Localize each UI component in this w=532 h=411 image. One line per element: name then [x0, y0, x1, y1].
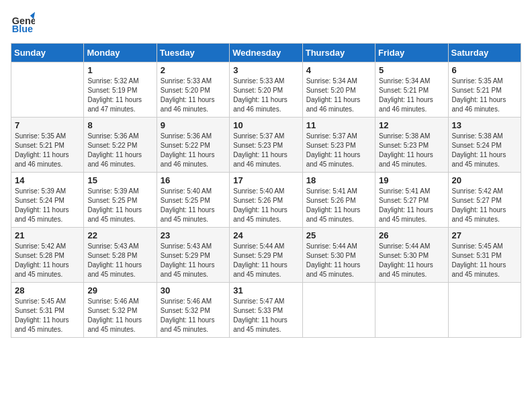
day-number: 9 — [161, 120, 226, 130]
day-number: 21 — [15, 230, 80, 240]
day-number: 19 — [379, 175, 444, 185]
day-info: Sunrise: 5:33 AM Sunset: 5:20 PM Dayligh… — [233, 77, 298, 114]
day-info: Sunrise: 5:45 AM Sunset: 5:31 PM Dayligh… — [452, 242, 517, 279]
day-info: Sunrise: 5:33 AM Sunset: 5:20 PM Dayligh… — [161, 77, 226, 114]
calendar-cell — [448, 283, 521, 338]
day-number: 30 — [161, 285, 226, 295]
day-info: Sunrise: 5:41 AM Sunset: 5:26 PM Dayligh… — [306, 187, 371, 224]
day-info: Sunrise: 5:35 AM Sunset: 5:21 PM Dayligh… — [15, 132, 80, 169]
calendar-cell: 27Sunrise: 5:45 AM Sunset: 5:31 PM Dayli… — [448, 228, 521, 283]
day-number: 3 — [233, 65, 298, 75]
calendar-cell: 29Sunrise: 5:46 AM Sunset: 5:32 PM Dayli… — [84, 283, 157, 338]
calendar-header-thursday: Thursday — [302, 44, 375, 62]
calendar-week-2: 7Sunrise: 5:35 AM Sunset: 5:21 PM Daylig… — [11, 118, 521, 173]
day-number: 20 — [452, 175, 517, 185]
calendar-header-row: SundayMondayTuesdayWednesdayThursdayFrid… — [11, 44, 521, 62]
day-number: 16 — [161, 175, 226, 185]
calendar-cell: 10Sunrise: 5:37 AM Sunset: 5:23 PM Dayli… — [230, 118, 302, 173]
calendar-cell: 28Sunrise: 5:45 AM Sunset: 5:31 PM Dayli… — [11, 283, 84, 338]
calendar-cell: 31Sunrise: 5:47 AM Sunset: 5:33 PM Dayli… — [230, 283, 302, 338]
day-number: 15 — [87, 175, 152, 185]
day-info: Sunrise: 5:46 AM Sunset: 5:32 PM Dayligh… — [87, 297, 152, 334]
day-info: Sunrise: 5:40 AM Sunset: 5:26 PM Dayligh… — [233, 187, 298, 224]
day-info: Sunrise: 5:40 AM Sunset: 5:25 PM Dayligh… — [161, 187, 226, 224]
calendar-cell: 21Sunrise: 5:42 AM Sunset: 5:28 PM Dayli… — [11, 228, 84, 283]
calendar-cell: 4Sunrise: 5:34 AM Sunset: 5:20 PM Daylig… — [302, 62, 375, 118]
day-number: 13 — [452, 120, 517, 130]
day-number: 5 — [379, 65, 444, 75]
logo: General Blue — [11, 11, 36, 35]
calendar-cell: 23Sunrise: 5:43 AM Sunset: 5:29 PM Dayli… — [157, 228, 229, 283]
day-info: Sunrise: 5:43 AM Sunset: 5:29 PM Dayligh… — [161, 242, 226, 279]
day-info: Sunrise: 5:36 AM Sunset: 5:22 PM Dayligh… — [161, 132, 226, 169]
calendar-cell: 30Sunrise: 5:46 AM Sunset: 5:32 PM Dayli… — [157, 283, 229, 338]
calendar-week-1: 1Sunrise: 5:32 AM Sunset: 5:19 PM Daylig… — [11, 62, 521, 118]
day-number: 12 — [379, 120, 444, 130]
calendar-cell: 13Sunrise: 5:38 AM Sunset: 5:24 PM Dayli… — [448, 118, 521, 173]
day-info: Sunrise: 5:45 AM Sunset: 5:31 PM Dayligh… — [15, 297, 80, 334]
day-info: Sunrise: 5:39 AM Sunset: 5:25 PM Dayligh… — [87, 187, 152, 224]
day-number: 27 — [452, 230, 517, 240]
calendar-header-tuesday: Tuesday — [157, 44, 229, 62]
calendar-cell: 6Sunrise: 5:35 AM Sunset: 5:21 PM Daylig… — [448, 62, 521, 118]
day-number: 25 — [306, 230, 371, 240]
day-info: Sunrise: 5:47 AM Sunset: 5:33 PM Dayligh… — [233, 297, 298, 334]
day-number: 2 — [161, 65, 226, 75]
day-info: Sunrise: 5:37 AM Sunset: 5:23 PM Dayligh… — [306, 132, 371, 169]
calendar-week-5: 28Sunrise: 5:45 AM Sunset: 5:31 PM Dayli… — [11, 283, 521, 338]
day-number: 23 — [161, 230, 226, 240]
calendar-cell — [11, 62, 84, 118]
calendar-cell: 8Sunrise: 5:36 AM Sunset: 5:22 PM Daylig… — [84, 118, 157, 173]
page-header: General Blue — [11, 11, 521, 35]
svg-text:Blue: Blue — [12, 24, 33, 34]
day-info: Sunrise: 5:36 AM Sunset: 5:22 PM Dayligh… — [87, 132, 152, 169]
day-info: Sunrise: 5:32 AM Sunset: 5:19 PM Dayligh… — [87, 77, 152, 114]
day-info: Sunrise: 5:42 AM Sunset: 5:28 PM Dayligh… — [15, 242, 80, 279]
day-number: 11 — [306, 120, 371, 130]
calendar-cell: 17Sunrise: 5:40 AM Sunset: 5:26 PM Dayli… — [230, 173, 302, 228]
day-info: Sunrise: 5:38 AM Sunset: 5:24 PM Dayligh… — [452, 132, 517, 169]
calendar-cell: 1Sunrise: 5:32 AM Sunset: 5:19 PM Daylig… — [84, 62, 157, 118]
calendar-cell: 24Sunrise: 5:44 AM Sunset: 5:29 PM Dayli… — [230, 228, 302, 283]
calendar-header-wednesday: Wednesday — [230, 44, 302, 62]
day-info: Sunrise: 5:42 AM Sunset: 5:27 PM Dayligh… — [452, 187, 517, 224]
day-info: Sunrise: 5:35 AM Sunset: 5:21 PM Dayligh… — [452, 77, 517, 114]
day-number: 18 — [306, 175, 371, 185]
calendar-cell: 7Sunrise: 5:35 AM Sunset: 5:21 PM Daylig… — [11, 118, 84, 173]
day-info: Sunrise: 5:43 AM Sunset: 5:28 PM Dayligh… — [87, 242, 152, 279]
calendar-cell: 15Sunrise: 5:39 AM Sunset: 5:25 PM Dayli… — [84, 173, 157, 228]
day-info: Sunrise: 5:44 AM Sunset: 5:30 PM Dayligh… — [306, 242, 371, 279]
calendar-cell: 14Sunrise: 5:39 AM Sunset: 5:24 PM Dayli… — [11, 173, 84, 228]
calendar-cell: 9Sunrise: 5:36 AM Sunset: 5:22 PM Daylig… — [157, 118, 229, 173]
calendar-cell: 2Sunrise: 5:33 AM Sunset: 5:20 PM Daylig… — [157, 62, 229, 118]
day-number: 26 — [379, 230, 444, 240]
day-info: Sunrise: 5:44 AM Sunset: 5:30 PM Dayligh… — [379, 242, 444, 279]
day-number: 22 — [87, 230, 152, 240]
day-number: 24 — [233, 230, 298, 240]
calendar-cell: 20Sunrise: 5:42 AM Sunset: 5:27 PM Dayli… — [448, 173, 521, 228]
calendar-cell: 25Sunrise: 5:44 AM Sunset: 5:30 PM Dayli… — [302, 228, 375, 283]
calendar-header-sunday: Sunday — [11, 44, 84, 62]
day-info: Sunrise: 5:41 AM Sunset: 5:27 PM Dayligh… — [379, 187, 444, 224]
calendar-cell: 19Sunrise: 5:41 AM Sunset: 5:27 PM Dayli… — [375, 173, 448, 228]
calendar-cell: 5Sunrise: 5:34 AM Sunset: 5:21 PM Daylig… — [375, 62, 448, 118]
day-number: 28 — [15, 285, 80, 295]
calendar-cell: 22Sunrise: 5:43 AM Sunset: 5:28 PM Dayli… — [84, 228, 157, 283]
calendar-cell — [302, 283, 375, 338]
calendar-cell: 3Sunrise: 5:33 AM Sunset: 5:20 PM Daylig… — [230, 62, 302, 118]
calendar-header-friday: Friday — [375, 44, 448, 62]
day-info: Sunrise: 5:38 AM Sunset: 5:23 PM Dayligh… — [379, 132, 444, 169]
day-info: Sunrise: 5:44 AM Sunset: 5:29 PM Dayligh… — [233, 242, 298, 279]
calendar-cell: 12Sunrise: 5:38 AM Sunset: 5:23 PM Dayli… — [375, 118, 448, 173]
calendar-cell: 26Sunrise: 5:44 AM Sunset: 5:30 PM Dayli… — [375, 228, 448, 283]
calendar-cell — [375, 283, 448, 338]
calendar-table: SundayMondayTuesdayWednesdayThursdayFrid… — [11, 43, 521, 338]
day-number: 4 — [306, 65, 371, 75]
calendar-cell: 16Sunrise: 5:40 AM Sunset: 5:25 PM Dayli… — [157, 173, 229, 228]
day-info: Sunrise: 5:37 AM Sunset: 5:23 PM Dayligh… — [233, 132, 298, 169]
calendar-header-saturday: Saturday — [448, 44, 521, 62]
day-number: 6 — [452, 65, 517, 75]
day-number: 31 — [233, 285, 298, 295]
day-number: 1 — [87, 65, 152, 75]
day-number: 8 — [87, 120, 152, 130]
